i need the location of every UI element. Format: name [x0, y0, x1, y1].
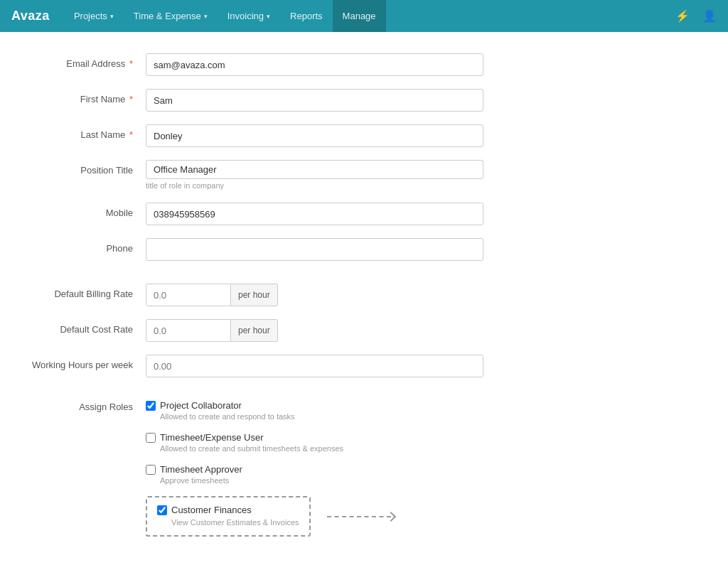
working-hours-row: Working Hours per week [28, 355, 700, 377]
dashed-arrow [327, 513, 395, 520]
role-project-collaborator: Project Collaborator Allowed to create a… [146, 400, 483, 421]
role-timesheet-expense-label: Timesheet/Expense User [160, 432, 263, 443]
role-customer-finances-hint: View Customer Estimates & Invoices [171, 518, 299, 527]
role-timesheet-expense-checkbox[interactable] [146, 433, 156, 443]
phone-row: Phone [28, 238, 700, 261]
billing-per-hour-btn: per hour [231, 284, 278, 306]
assign-roles-label: Assign Roles [28, 400, 146, 412]
main-content: Email Address * First Name * Last Name *… [0, 32, 728, 565]
cost-row: Default Cost Rate per hour [28, 319, 700, 342]
email-label: Email Address * [28, 53, 146, 69]
working-hours-label: Working Hours per week [28, 355, 146, 370]
phone-input[interactable] [146, 238, 483, 261]
role-project-collaborator-label: Project Collaborator [160, 400, 242, 411]
cost-input[interactable] [146, 319, 231, 342]
role-customer-finances-checkbox[interactable] [157, 505, 167, 515]
role-customer-finances: Customer Finances View Customer Estimate… [146, 496, 483, 537]
navbar: Avaza Projects ▾ Time & Expense ▾ Invoic… [0, 0, 728, 32]
nav-reports[interactable]: Reports [280, 0, 333, 32]
nav-manage[interactable]: Manage [333, 0, 386, 32]
role-timesheet-expense-hint: Allowed to create and submit timesheets … [160, 444, 483, 453]
role-customer-finances-label: Customer Finances [171, 505, 252, 515]
billing-input[interactable] [146, 284, 231, 306]
firstname-required: * [129, 94, 133, 104]
time-arrow-icon: ▾ [204, 13, 208, 20]
billing-row: Default Billing Rate per hour [28, 284, 700, 306]
firstname-label: First Name * [28, 89, 146, 104]
position-hint: title of role in company [146, 181, 483, 190]
lastname-input[interactable] [146, 124, 483, 147]
billing-rate-group: per hour [146, 284, 278, 306]
assign-roles-row: Assign Roles Project Collaborator Allowe… [28, 400, 700, 548]
nav-time-expense[interactable]: Time & Expense ▾ [124, 0, 218, 32]
navbar-right: ⚡ 👤 [675, 9, 717, 23]
user-icon[interactable]: 👤 [702, 9, 717, 23]
roles-container: Project Collaborator Allowed to create a… [146, 400, 483, 548]
position-label: Position Title [28, 160, 146, 176]
nav-projects[interactable]: Projects ▾ [64, 0, 124, 32]
role-project-collaborator-hint: Allowed to create and respond to tasks [160, 412, 483, 421]
role-timesheet-approver-checkbox[interactable] [146, 465, 156, 475]
nav-invoicing[interactable]: Invoicing ▾ [218, 0, 280, 32]
email-input[interactable] [146, 53, 483, 76]
working-hours-input[interactable] [146, 355, 483, 377]
billing-label: Default Billing Rate [28, 284, 146, 299]
lastname-label: Last Name * [28, 124, 146, 140]
bolt-icon[interactable]: ⚡ [675, 9, 690, 23]
role-timesheet-expense: Timesheet/Expense User Allowed to create… [146, 432, 483, 453]
role-timesheet-approver-label: Timesheet Approver [160, 464, 242, 475]
cost-per-hour-btn: per hour [231, 319, 278, 342]
email-row: Email Address * [28, 53, 700, 76]
role-timesheet-approver-hint: Approve timesheets [160, 476, 483, 485]
invoicing-arrow-icon: ▾ [267, 13, 270, 20]
cost-label: Default Cost Rate [28, 319, 146, 335]
position-row: Position Title title of role in company [28, 160, 700, 190]
lastname-required: * [129, 129, 133, 140]
cost-rate-group: per hour [146, 319, 278, 342]
firstname-input[interactable] [146, 89, 483, 112]
projects-arrow-icon: ▾ [110, 13, 114, 20]
lastname-row: Last Name * [28, 124, 700, 147]
brand[interactable]: Avaza [11, 9, 50, 23]
email-required: * [129, 58, 133, 69]
mobile-input[interactable] [146, 203, 483, 225]
mobile-row: Mobile [28, 203, 700, 225]
role-project-collaborator-checkbox[interactable] [146, 401, 156, 411]
firstname-row: First Name * [28, 89, 700, 112]
phone-label: Phone [28, 238, 146, 254]
customer-finances-box: Customer Finances View Customer Estimate… [146, 496, 311, 537]
position-input[interactable] [146, 160, 483, 179]
role-timesheet-approver: Timesheet Approver Approve timesheets [146, 464, 483, 485]
mobile-label: Mobile [28, 203, 146, 218]
